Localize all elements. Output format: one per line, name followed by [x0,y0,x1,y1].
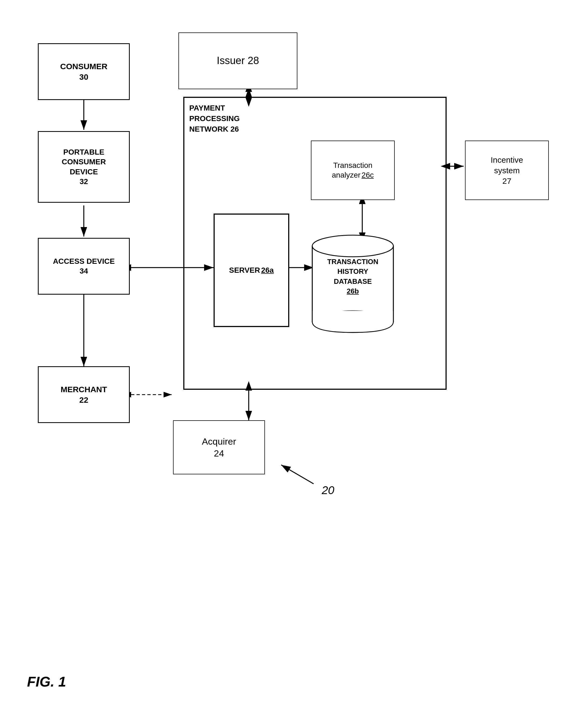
system-number: 20 [322,484,335,497]
server-box: SERVER 26a [213,213,289,327]
issuer-box: Issuer 28 [179,32,298,89]
server-label2: 26a [261,266,274,275]
access-device-label1: ACCESS DEVICE [53,257,115,266]
merchant-box: MERCHANT 22 [38,366,130,423]
thdb-label1: TRANSACTION [327,258,378,266]
access-device-box: ACCESS DEVICE 34 [38,238,130,295]
diagram-container: CONSUMER 30 PORTABLE CONSUMER DEVICE 32 … [16,16,572,652]
svg-line-16 [281,465,314,484]
pcd-label4: 32 [79,177,88,187]
thdb-label4: 26b [347,287,359,295]
thdb-label3: DATABASE [334,277,372,285]
consumer-box: CONSUMER 30 [38,43,130,100]
access-device-label2: 34 [79,266,88,276]
svg-rect-20 [313,311,393,322]
incentive-system-box: Incentive system 27 [465,141,549,200]
portable-consumer-device-box: PORTABLE CONSUMER DEVICE 32 [38,131,130,203]
consumer-number: 30 [79,72,88,82]
thdb-label2: HISTORY [338,267,368,275]
pcd-label2: CONSUMER [62,157,106,167]
consumer-label: CONSUMER [60,61,107,72]
is-label1: Incentive [491,155,523,165]
ta-label3: 26c [361,170,374,180]
pcd-label1: PORTABLE [63,147,104,157]
ta-label2: analyzer [332,170,361,180]
svg-point-18 [312,235,393,257]
transaction-history-database: TRANSACTION HISTORY DATABASE 26b [311,232,395,335]
transaction-analyzer-box: Transaction analyzer 26c [311,141,395,200]
ta-label1: Transaction [333,161,372,170]
issuer-label: Issuer 28 [217,54,259,67]
acquirer-label2: 24 [214,447,224,459]
is-label2: system [494,165,520,176]
server-label1: SERVER [229,266,260,275]
figure-label: FIG. 1 [27,674,66,690]
merchant-label2: 22 [79,395,88,405]
payment-network-label: PAYMENT PROCESSING NETWORK 26 [189,103,281,134]
pcd-label3: DEVICE [70,167,98,177]
merchant-label1: MERCHANT [61,384,107,395]
is-label3: 27 [502,176,511,186]
acquirer-label1: Acquirer [202,435,236,447]
acquirer-box: Acquirer 24 [173,420,265,474]
